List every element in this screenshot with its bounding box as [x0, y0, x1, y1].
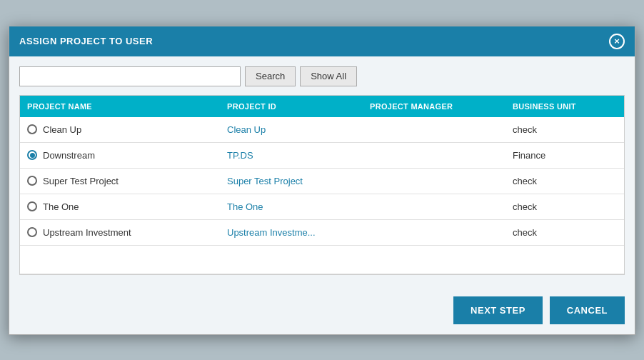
- assign-project-dialog: ASSIGN PROJECT TO USER × Search Show All…: [9, 26, 635, 335]
- radio-3[interactable]: [27, 201, 37, 211]
- project-table: PROJECT NAME PROJECT ID PROJECT MANAGER …: [19, 95, 625, 275]
- cell-bu-2: check: [505, 169, 620, 194]
- table-row[interactable]: Downstream TP.DS Finance: [20, 143, 624, 169]
- radio-2[interactable]: [27, 176, 37, 186]
- cell-bu-3: check: [505, 194, 620, 219]
- dialog-title: ASSIGN PROJECT TO USER: [19, 36, 153, 46]
- col-project-id: PROJECT ID: [220, 96, 363, 117]
- table-row[interactable]: Super Test Project Super Test Project ch…: [20, 169, 624, 194]
- table-header: PROJECT NAME PROJECT ID PROJECT MANAGER …: [20, 96, 624, 117]
- cell-id-2: Super Test Project: [220, 169, 363, 194]
- cell-manager-4: [363, 225, 505, 239]
- radio-4[interactable]: [27, 227, 37, 237]
- col-project-manager: PROJECT MANAGER: [363, 96, 505, 117]
- cell-id-1: TP.DS: [220, 143, 363, 168]
- cell-name-2: Super Test Project: [20, 169, 220, 194]
- empty-row: [20, 246, 624, 274]
- cancel-button[interactable]: CANCEL: [550, 296, 625, 324]
- cell-manager-2: [363, 174, 505, 188]
- radio-0[interactable]: [27, 124, 37, 134]
- cell-id-0: Clean Up: [220, 117, 363, 142]
- close-button[interactable]: ×: [609, 34, 625, 49]
- cell-manager-3: [363, 199, 505, 214]
- cell-name-1: Downstream: [20, 143, 220, 168]
- cell-name-0: Clean Up: [20, 117, 220, 142]
- cell-manager-0: [363, 122, 505, 136]
- cell-bu-4: check: [505, 220, 620, 245]
- search-input[interactable]: [19, 66, 241, 86]
- cell-name-4: Upstream Investment: [20, 220, 220, 245]
- dialog-footer: NEXT STEP CANCEL: [9, 285, 635, 334]
- cell-bu-1: Finance: [505, 143, 620, 168]
- dialog-header: ASSIGN PROJECT TO USER ×: [9, 26, 635, 56]
- col-project-name: PROJECT NAME: [20, 96, 220, 117]
- show-all-button[interactable]: Show All: [300, 66, 357, 86]
- cell-id-3: The One: [220, 194, 363, 219]
- table-row[interactable]: Upstream Investment Upstream Investme...…: [20, 220, 624, 246]
- cell-bu-0: check: [505, 117, 620, 142]
- search-bar: Search Show All: [19, 66, 625, 86]
- radio-1[interactable]: [27, 150, 37, 160]
- dialog-body: Search Show All PROJECT NAME PROJECT ID …: [9, 56, 635, 285]
- cell-id-4: Upstream Investme...: [220, 220, 363, 245]
- cell-manager-1: [363, 148, 505, 162]
- col-business-unit: BUSINESS UNIT: [505, 96, 620, 117]
- table-row[interactable]: Clean Up Clean Up check: [20, 117, 624, 143]
- search-button[interactable]: Search: [245, 66, 296, 86]
- table-row[interactable]: The One The One check: [20, 194, 624, 220]
- cell-name-3: The One: [20, 194, 220, 219]
- next-step-button[interactable]: NEXT STEP: [453, 296, 543, 324]
